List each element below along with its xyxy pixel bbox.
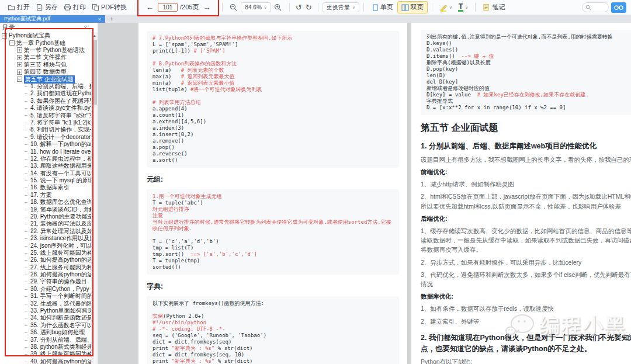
reader-button[interactable]	[611, 2, 626, 13]
tree-connector: –	[25, 257, 29, 263]
toc-item[interactable]: –25. 线上服务可能因为种种原因	[0, 249, 91, 256]
convert-icon	[92, 4, 99, 11]
toc-item[interactable]: –36. 遇到bug如何处理	[0, 329, 91, 336]
chevron-down-icon: ∨	[352, 5, 355, 10]
toc-item[interactable]: –34. 如何判断是函数还是方法?	[0, 314, 91, 321]
document-tab[interactable]: Python面试宝典.pdf ×	[0, 15, 105, 23]
toc-item[interactable]: –4. 请谈谈.pyc文件和.py文件的	[0, 105, 91, 112]
tree-connector: –	[25, 148, 29, 154]
toc-item[interactable]: −第五节 企业面试题	[0, 75, 91, 82]
sidebar-close-icon[interactable]: ×	[84, 25, 87, 31]
toc-item[interactable]: –7. 将字符串 "k:1 |k1:2|k2:3|k3	[0, 119, 91, 126]
collapse-icon[interactable]: −	[2, 33, 7, 39]
toc-item[interactable]: +第一节 Python基础语法	[0, 47, 91, 54]
toc-item[interactable]: –26. 如何提高python的运行效率	[0, 256, 91, 264]
toc-item[interactable]: –10. 解释一下python的and-or	[0, 141, 91, 148]
zoom-in-button[interactable]	[271, 2, 285, 13]
toc-item[interactable]: –22. 异常处理写法以及如何主动	[0, 228, 91, 235]
toc-item[interactable]: –35. 为什么函数名字可以当做参	[0, 322, 91, 329]
toc-item[interactable]: –40. 如何提高python的运行效	[0, 358, 91, 364]
toc-item[interactable]: −第一章 Python基础	[0, 39, 91, 46]
zoom-out-button[interactable]	[227, 2, 241, 13]
toc-item[interactable]: +第二节 文件操作	[0, 54, 91, 61]
next-page-button[interactable]: →	[201, 3, 212, 12]
toc-item[interactable]: –31. 手写一个判断时间的装饰器	[0, 293, 91, 300]
expand-icon[interactable]: +	[17, 55, 22, 60]
open-button[interactable]: 打开	[5, 2, 33, 13]
toc-item[interactable]: –15. 说一下 mysql 的原理?	[0, 177, 91, 184]
toc-item[interactable]: –37. 分别从前端、后端、数据库	[0, 336, 91, 343]
tree-connector: –	[25, 214, 29, 220]
change-background-select[interactable]: 更换背景 ∨	[323, 2, 359, 12]
toc-item[interactable]: –23. isinstance作用以及应用场	[0, 235, 91, 242]
collapse-icon[interactable]: −	[17, 77, 22, 82]
toc-item[interactable]: –19. 简单谈谈ACID，并解释每	[0, 206, 91, 213]
toc-item[interactable]: –11. how do I iterate over a s	[0, 148, 91, 155]
toc-item[interactable]: –2. 我们都知道现在Python很火	[0, 90, 91, 97]
rotate-right-button[interactable]: ↻	[304, 3, 314, 12]
print-button[interactable]: 打印	[61, 2, 89, 13]
tree-connector: –	[25, 91, 29, 96]
save-as-button[interactable]: 另存	[33, 2, 61, 13]
new-tab-button[interactable]: +	[105, 15, 118, 23]
toc-item[interactable]: –39. 线上服务可能因为种种原因	[0, 351, 91, 358]
expand-icon[interactable]: +	[17, 47, 22, 53]
scroll-up-icon[interactable]: ▲	[92, 32, 98, 37]
sidebar-scrollbar[interactable]: ▲	[91, 32, 98, 364]
toc-item[interactable]: –24. json序列化时，可以处理的	[0, 242, 91, 249]
section-heading: 字典:	[147, 282, 399, 292]
paragraph: 1、缓存存储读写次数高、变化少的数据，比如网站首页的信息、商品的信息等。应用程序…	[421, 226, 631, 255]
toc-item[interactable]: –17. 方案	[0, 192, 91, 199]
tree-connector: –	[25, 98, 29, 104]
tree-connector: –	[25, 315, 29, 321]
zoom-level-select[interactable]: 84.6% ∨	[241, 2, 271, 12]
toc-item[interactable]: –16. 数据库索引	[0, 184, 91, 191]
toc-item[interactable]: –1. 分别从前端、后端、数据库阐	[0, 83, 91, 90]
page-number-input[interactable]	[158, 3, 178, 12]
toc-item[interactable]: –14. 有没有一个工具可以帮助查	[0, 169, 91, 176]
tab-close-icon[interactable]: ×	[98, 16, 101, 22]
toc-item[interactable]: –32. 生成器，迭代器的区别?	[0, 300, 91, 307]
toc-item[interactable]: –20. Python的主要功能是什么?	[0, 213, 91, 220]
tree-connector: –	[25, 163, 29, 169]
toc-item[interactable]: –12. 你在爬虫过程中，都是怎么	[0, 155, 91, 162]
toc-item[interactable]: –18. 数据库怎么优化查询效率?	[0, 199, 91, 206]
rotate-left-button[interactable]: ↺	[294, 3, 304, 12]
main-area: 目录 × −Python面试宝典−第一章 Python基础+第一节 Python…	[0, 23, 631, 364]
code-block: 1.用一个可迭代对象生成元组T = tuple('abc')对元组进行排序注意当…	[147, 189, 399, 275]
toc-item[interactable]: –33. Python里面如何拷贝一个对	[0, 307, 91, 314]
toc-item[interactable]: +第四节 数据类型	[0, 68, 91, 75]
toc-item[interactable]: –8. 利用切片操作，实现一个trim	[0, 126, 91, 133]
toc-item[interactable]: –5. 请反转字符串 "aStr"?	[0, 112, 91, 119]
expand-icon[interactable]: +	[17, 62, 22, 67]
double-page-button[interactable]: 双页	[397, 1, 428, 13]
toc-item[interactable]: –13. 爬取这些数据都用来做什么	[0, 162, 91, 169]
scrollbar-thumb[interactable]	[92, 40, 97, 105]
tree-connector: –	[25, 127, 29, 133]
paragraph: 1、减少http请求、例如制作精灵图	[421, 179, 631, 189]
toc-item[interactable]: –21. 装饰器的写法以及应用场景	[0, 220, 91, 227]
tree-connector: –	[25, 178, 29, 183]
expand-icon[interactable]: +	[17, 70, 22, 75]
pdf-convert-button[interactable]: PDF转换	[89, 2, 130, 13]
paragraph: Python有以下缺陷:	[421, 357, 631, 364]
highlighter-button[interactable]: ∨	[436, 2, 455, 13]
toc-item[interactable]: –9. 请设计一个decorator，它可	[0, 133, 91, 140]
tree-connector: –	[25, 308, 29, 314]
search-input[interactable]	[582, 2, 609, 12]
toc-item[interactable]: –38. python新式类和经典类的区	[0, 344, 91, 351]
toc-item[interactable]: +第三节 模块与包	[0, 61, 91, 68]
notes-button[interactable]: 笔记	[480, 2, 508, 13]
toc-item[interactable]: −Python面试宝典	[0, 32, 91, 39]
previous-page-button[interactable]: ←	[144, 3, 155, 12]
single-page-button[interactable]: 单页	[368, 1, 397, 13]
toc-item[interactable]: –30. 介绍Cython，Pypy Cpytho	[0, 286, 91, 293]
toc-item[interactable]: –27. 线上服务可能因为种种原因	[0, 264, 91, 271]
toc-item[interactable]: –3. 如果你困在了死循环里，怎么	[0, 98, 91, 105]
collapse-icon[interactable]: −	[9, 40, 15, 46]
text-color-button[interactable]: T ∨	[455, 2, 471, 13]
toc-item[interactable]: –28. 如何提高python的运行效率	[0, 271, 91, 278]
toc-item[interactable]: –29. 字符串的操作题目	[0, 278, 91, 285]
tree-connector: –	[25, 272, 29, 278]
double-page-icon	[401, 4, 409, 11]
